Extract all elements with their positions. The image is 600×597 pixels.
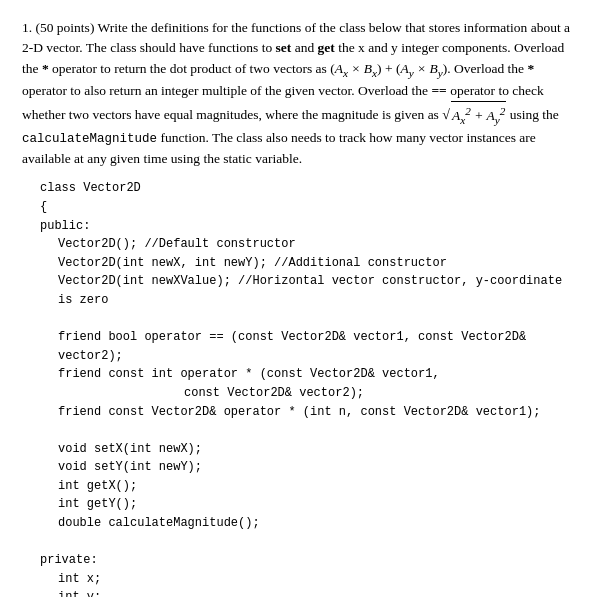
- code-line: class Vector2D: [40, 179, 578, 198]
- code-line: double calculateMagnitude();: [58, 514, 578, 533]
- code-line: void setX(int newX);: [58, 440, 578, 459]
- problem-statement: 1. (50 points) Write the definitions for…: [22, 18, 578, 169]
- code-line: friend const Vector2D& operator * (int n…: [58, 403, 578, 422]
- code-line: friend const int operator * (const Vecto…: [58, 365, 578, 384]
- code-line: public:: [40, 217, 578, 236]
- class-definition: class Vector2D { public: Vector2D(); //D…: [40, 179, 578, 597]
- code-line: int getX();: [58, 477, 578, 496]
- code-line: int y;: [58, 588, 578, 597]
- code-line: void setY(int newY);: [58, 458, 578, 477]
- code-line: const Vector2D& vector2);: [184, 384, 578, 403]
- code-line: Vector2D(int newX, int newY); //Addition…: [58, 254, 578, 273]
- code-line: Vector2D(); //Default constructor: [58, 235, 578, 254]
- code-line: {: [40, 198, 578, 217]
- code-line: friend bool operator == (const Vector2D&…: [58, 328, 578, 365]
- code-line: private:: [40, 551, 578, 570]
- code-line: int getY();: [58, 495, 578, 514]
- code-line: Vector2D(int newXValue); //Horizontal ve…: [58, 272, 578, 309]
- code-line: int x;: [58, 570, 578, 589]
- problem-number: 1. (50 points) Write the definitions for…: [22, 20, 570, 166]
- problem-container: 1. (50 points) Write the definitions for…: [22, 18, 578, 597]
